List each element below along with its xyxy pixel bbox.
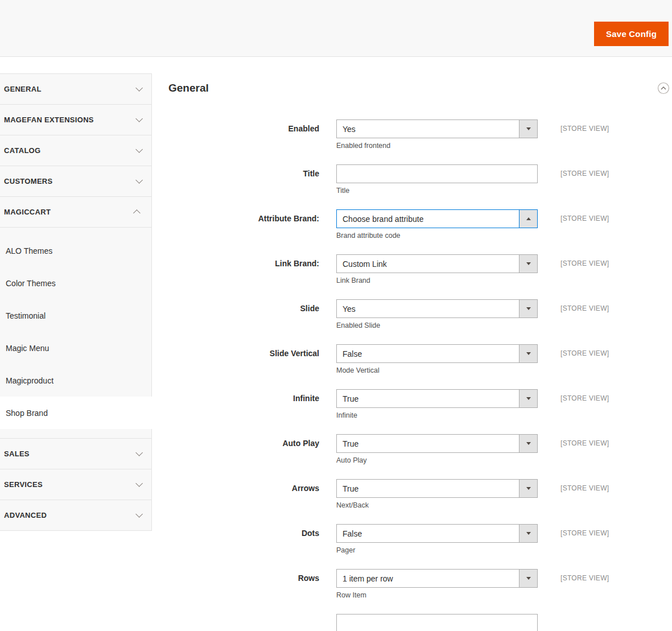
next-field-row-partial bbox=[168, 614, 670, 631]
sidebar-item-magic-menu[interactable]: Magic Menu bbox=[0, 332, 151, 364]
enabled-select[interactable]: Yes bbox=[336, 119, 538, 138]
field-label: Arrows bbox=[168, 479, 328, 498]
rows-select[interactable]: 1 item per row bbox=[336, 569, 538, 588]
select-value: False bbox=[343, 349, 362, 358]
field-hint: Auto Play bbox=[336, 456, 538, 464]
field-row-slide-vertical: Slide Vertical False Mode Vertical [STOR… bbox=[168, 344, 670, 374]
sidebar-section-label: MAGICCART bbox=[4, 208, 51, 216]
select-value: True bbox=[343, 394, 358, 403]
sidebar-section-magefan-extensions[interactable]: MAGEFAN EXTENSIONS bbox=[0, 105, 151, 135]
field-row-slide: Slide Yes Enabled Slide [STORE VIEW] bbox=[168, 299, 670, 329]
scope-label: [STORE VIEW] bbox=[560, 344, 609, 363]
field-control: False Pager bbox=[336, 524, 538, 554]
field-hint: Brand attribute code bbox=[336, 232, 538, 240]
chevron-down-icon bbox=[135, 146, 143, 153]
chevron-down-icon bbox=[135, 176, 143, 184]
scope-label: [STORE VIEW] bbox=[560, 119, 609, 138]
sidebar-section-label: ADVANCED bbox=[4, 511, 47, 519]
field-control: Choose brand attribute Brand attribute c… bbox=[336, 209, 538, 240]
field-hint: Pager bbox=[336, 546, 538, 554]
scope-label: [STORE VIEW] bbox=[560, 524, 609, 543]
scope-label: [STORE VIEW] bbox=[560, 164, 609, 183]
sidebar-section-label: SERVICES bbox=[4, 480, 43, 489]
field-row-arrows: Arrows True Next/Back [STORE VIEW] bbox=[168, 479, 670, 509]
scope-label: [STORE VIEW] bbox=[560, 209, 609, 228]
scope-label: [STORE VIEW] bbox=[560, 434, 609, 453]
sidebar-section-advanced[interactable]: ADVANCED bbox=[0, 500, 151, 531]
dropdown-arrow-icon bbox=[519, 255, 537, 273]
sidebar-section-services[interactable]: SERVICES bbox=[0, 469, 151, 500]
field-hint: Enabled frontend bbox=[336, 142, 538, 150]
sidebar-item-label: Color Themes bbox=[6, 279, 56, 288]
fields-group: Enabled Yes Enabled frontend [STORE VIEW… bbox=[168, 119, 670, 631]
dropdown-arrow-icon bbox=[519, 480, 537, 497]
field-control: True Infinite bbox=[336, 389, 538, 419]
select-value: True bbox=[343, 484, 358, 493]
sidebar-item-magicproduct[interactable]: Magicproduct bbox=[0, 364, 151, 397]
chevron-down-icon bbox=[135, 449, 143, 456]
select-value: 1 item per row bbox=[343, 574, 393, 583]
field-hint: Mode Vertical bbox=[336, 366, 538, 374]
scope-label: [STORE VIEW] bbox=[560, 479, 609, 498]
scope-label: [STORE VIEW] bbox=[560, 569, 609, 588]
chevron-down-icon bbox=[135, 115, 143, 122]
chevron-down-icon bbox=[135, 84, 143, 92]
sidebar-item-color-themes[interactable]: Color Themes bbox=[0, 267, 151, 299]
field-hint: Link Brand bbox=[336, 277, 538, 284]
select-value: Custom Link bbox=[343, 259, 387, 269]
field-label: Slide bbox=[168, 299, 328, 318]
field-label: Infinite bbox=[168, 389, 328, 408]
sidebar-item-alo-themes[interactable]: ALO Themes bbox=[0, 234, 151, 267]
attribute-brand-select[interactable]: Choose brand attribute bbox=[336, 209, 538, 228]
scope-label: [STORE VIEW] bbox=[560, 254, 609, 273]
field-label: Auto Play bbox=[168, 434, 328, 453]
slide-select[interactable]: Yes bbox=[336, 299, 538, 318]
save-config-button[interactable]: Save Config bbox=[594, 22, 669, 46]
sidebar-section-catalog[interactable]: CATALOG bbox=[0, 135, 151, 166]
field-row-infinite: Infinite True Infinite [STORE VIEW] bbox=[168, 389, 670, 419]
sidebar-item-shop-brand[interactable]: Shop Brand bbox=[0, 397, 152, 429]
dots-select[interactable]: False bbox=[336, 524, 538, 543]
field-control: Title bbox=[336, 164, 538, 195]
sidebar-item-testimonial[interactable]: Testimonial bbox=[0, 299, 151, 332]
field-row-link-brand: Link Brand: Custom Link Link Brand [STOR… bbox=[168, 254, 670, 284]
field-label: Rows bbox=[168, 569, 328, 588]
dropdown-arrow-icon bbox=[519, 345, 537, 362]
field-hint: Enabled Slide bbox=[336, 321, 538, 329]
field-row-enabled: Enabled Yes Enabled frontend [STORE VIEW… bbox=[168, 119, 670, 150]
select-value: False bbox=[343, 529, 362, 538]
sidebar-section-magiccart[interactable]: MAGICCART bbox=[0, 197, 151, 228]
page-actions-bar: Save Config bbox=[0, 0, 672, 57]
field-label: Slide Vertical bbox=[168, 344, 328, 363]
dropdown-arrow-icon bbox=[519, 525, 537, 542]
general-section-header: General bbox=[168, 73, 670, 94]
scope-label: [STORE VIEW] bbox=[560, 299, 609, 318]
select-value: Yes bbox=[343, 125, 356, 134]
sidebar-section-general[interactable]: GENERAL bbox=[0, 74, 151, 105]
sidebar-item-label: Testimonial bbox=[6, 311, 46, 320]
auto-play-select[interactable]: True bbox=[336, 434, 538, 453]
field-control: True Next/Back bbox=[336, 479, 538, 509]
link-brand-select[interactable]: Custom Link bbox=[336, 254, 538, 273]
section-title: General bbox=[168, 82, 209, 94]
field-control: False Mode Vertical bbox=[336, 344, 538, 374]
select-value: Choose brand attribute bbox=[343, 215, 423, 224]
chevron-up-icon bbox=[133, 209, 141, 217]
dropdown-arrow-icon bbox=[519, 390, 537, 407]
dropdown-arrow-icon bbox=[519, 435, 537, 452]
collapse-section-icon[interactable] bbox=[657, 82, 670, 94]
arrows-select[interactable]: True bbox=[336, 479, 538, 498]
slide-vertical-select[interactable]: False bbox=[336, 344, 538, 363]
sidebar-item-label: Shop Brand bbox=[6, 409, 48, 418]
field-label: Attribute Brand: bbox=[168, 209, 328, 228]
title-input[interactable] bbox=[336, 164, 538, 183]
sidebar-section-customers[interactable]: CUSTOMERS bbox=[0, 166, 151, 197]
sidebar-section-label: SALES bbox=[4, 449, 30, 458]
config-content: General Enabled Yes Enabled frontend [ST… bbox=[168, 73, 672, 631]
field-row-attribute-brand: Attribute Brand: Choose brand attribute … bbox=[168, 209, 670, 240]
sidebar-section-label: MAGEFAN EXTENSIONS bbox=[4, 116, 94, 124]
next-field-input-partial[interactable] bbox=[336, 614, 538, 631]
sidebar-section-sales[interactable]: SALES bbox=[0, 439, 151, 469]
field-label: Link Brand: bbox=[168, 254, 328, 273]
infinite-select[interactable]: True bbox=[336, 389, 538, 408]
